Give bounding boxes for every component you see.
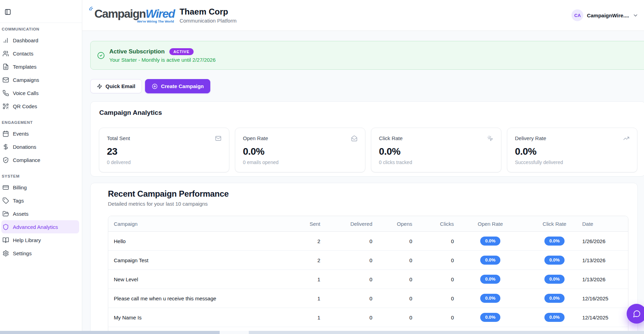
sidebar-item-label: QR Codes — [13, 103, 37, 109]
sidebar-item-settings[interactable]: Settings — [1, 247, 79, 260]
actions-row: Quick Email Create Campaign — [90, 79, 210, 93]
click-rate-badge: 0.0% — [544, 256, 565, 265]
performance-subtitle: Detailed metrics for your last 10 campai… — [108, 201, 208, 207]
sidebar-nav: COMMUNICATIONDashboardContactsTemplatesC… — [0, 23, 82, 334]
sidebar-item-label: Voice Calls — [13, 90, 39, 96]
sidebar-item-templates[interactable]: Templates — [1, 60, 79, 73]
sent-value: 1 — [294, 276, 320, 282]
trending-up-icon — [623, 135, 629, 142]
sidebar-item-contacts[interactable]: Contacts — [1, 47, 79, 60]
sidebar-item-donations[interactable]: Donations — [1, 140, 79, 153]
delivered-value: 0 — [320, 276, 372, 282]
open-rate-badge: 0.0% — [480, 256, 500, 265]
app-header: CampaignWired We're Wiring The World Tha… — [82, 0, 644, 31]
table-row[interactable]: My Name Is10000.0%0.0%12/14/2025 — [108, 308, 628, 327]
date-value: 12/16/2025 — [582, 296, 622, 301]
scrollbar-thumb[interactable] — [0, 331, 220, 334]
user-menu[interactable]: CA CampaignWire.... — [571, 8, 639, 23]
sent-value: 1 — [294, 315, 320, 320]
campaign-name: My Name Is — [114, 315, 294, 320]
chevron-down-icon — [633, 12, 638, 18]
panel-left-icon — [5, 9, 11, 15]
tag-icon — [2, 197, 9, 204]
scrollbar-track — [249, 331, 644, 334]
sidebar-section-label: SYSTEM — [2, 174, 79, 178]
sidebar-item-assets[interactable]: Assets — [1, 207, 79, 220]
zap-icon — [97, 84, 102, 89]
mail-icon — [215, 135, 221, 142]
sidebar-item-help-library[interactable]: Help Library — [1, 233, 79, 247]
sidebar-item-tags[interactable]: Tags — [1, 194, 79, 207]
column-header-campaign: Campaign — [114, 221, 294, 227]
delivered-value: 0 — [320, 296, 372, 301]
sent-value: 2 — [294, 238, 320, 244]
date-value: 1/13/2026 — [582, 257, 622, 263]
column-header-date: Date — [582, 221, 622, 227]
stat-card-value: 0.0% — [243, 146, 357, 157]
create-campaign-button[interactable]: Create Campaign — [145, 79, 210, 93]
quick-email-button[interactable]: Quick Email — [90, 79, 142, 93]
column-header-clicks: Clicks — [412, 221, 454, 227]
sidebar-item-qr-codes[interactable]: QR Codes — [1, 100, 79, 113]
users-icon — [2, 50, 9, 57]
phone-icon — [2, 90, 9, 96]
settings-icon — [2, 250, 9, 257]
column-header-opens: Opens — [372, 221, 412, 227]
create-campaign-label: Create Campaign — [161, 83, 204, 89]
table-row[interactable]: Hello20000.0%0.0%1/26/2026 — [108, 232, 628, 251]
calendar-icon — [2, 130, 9, 137]
table-row[interactable]: Campaign Test20000.0%0.0%1/13/2026 — [108, 251, 628, 270]
sidebar-section-label: COMMUNICATION — [2, 27, 79, 31]
sidebar-item-voice-calls[interactable]: Voice Calls — [1, 86, 79, 100]
date-value: 1/26/2026 — [582, 238, 622, 244]
stat-card-label: Delivery Rate — [515, 135, 546, 141]
banner-title: Active Subscription — [109, 48, 165, 55]
sidebar-item-label: Tags — [13, 198, 24, 204]
open-rate-badge: 0.0% — [480, 313, 500, 322]
clicks-value: 0 — [412, 315, 454, 320]
sidebar-item-advanced-analytics[interactable]: Advanced Analytics — [1, 220, 79, 233]
opens-value: 0 — [372, 315, 412, 320]
mouse-click-icon — [487, 135, 493, 142]
chat-fab-button[interactable] — [627, 304, 644, 324]
mail-open-icon — [351, 135, 357, 142]
stat-card-label: Open Rate — [243, 135, 268, 141]
book-open-icon — [2, 237, 9, 243]
date-value: 1/13/2026 — [582, 276, 622, 282]
sent-value: 2 — [294, 257, 320, 263]
sidebar-item-dashboard[interactable]: Dashboard — [1, 34, 79, 47]
message-circle-icon — [633, 310, 641, 318]
sidebar-item-label: Billing — [13, 185, 27, 190]
sidebar-item-label: Advanced Analytics — [13, 224, 58, 230]
shield-icon — [2, 224, 9, 230]
stat-card-subtext: 0 delivered — [107, 160, 221, 165]
campaign-name: New Level — [114, 276, 294, 282]
content-area: Active Subscription ACTIVE Your Starter … — [82, 31, 644, 334]
sidebar-collapse-button[interactable] — [3, 7, 13, 17]
stat-card-label: Click Rate — [379, 135, 402, 141]
click-rate-badge: 0.0% — [544, 237, 565, 246]
delivered-value: 0 — [320, 257, 372, 263]
sidebar-item-events[interactable]: Events — [1, 127, 79, 140]
sidebar-item-campaigns[interactable]: Campaigns — [1, 73, 79, 86]
clicks-value: 0 — [412, 276, 454, 282]
recent-performance-card: Recent Campaign Performance Detailed met… — [90, 183, 638, 334]
dollar-sign-icon — [2, 144, 9, 150]
horizontal-scrollbar[interactable] — [0, 331, 644, 334]
stat-card-subtext: Successfully delivered — [515, 160, 629, 165]
table-row[interactable]: Please call me when u receive this messa… — [108, 289, 628, 308]
file-text-icon — [2, 63, 9, 70]
sidebar-item-label: Assets — [13, 211, 28, 217]
banner-message: Your Starter - Monthly is active until 2… — [109, 57, 215, 63]
stat-card-value: 0.0% — [379, 146, 493, 157]
table-row[interactable]: New Level10000.0%0.0%1/13/2026 — [108, 270, 628, 289]
shield-check-icon — [2, 157, 9, 163]
stat-card-click-rate: Click Rate0.0%0 clicks tracked — [371, 128, 501, 172]
opens-value: 0 — [372, 238, 412, 244]
column-header-open-rate: Open Rate — [454, 221, 527, 227]
sidebar-item-billing[interactable]: Billing — [1, 181, 79, 194]
sidebar-item-compliance[interactable]: Compliance — [1, 153, 79, 166]
brand-logo: CampaignWired We're Wiring The World — [90, 8, 175, 23]
check-circle-icon — [97, 52, 105, 59]
sidebar-item-label: Events — [13, 131, 29, 137]
